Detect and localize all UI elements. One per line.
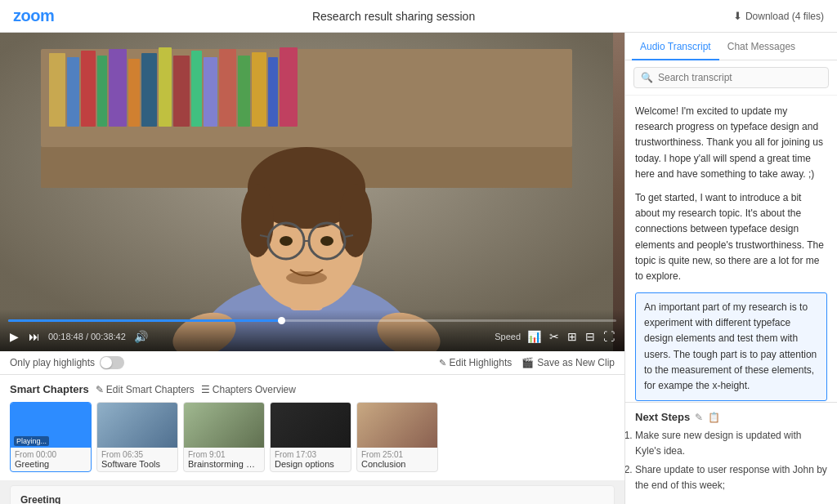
- chapter-thumb-4: [271, 403, 351, 448]
- playing-label-1: Playing...: [14, 436, 49, 446]
- zoom-logo: zoom: [13, 7, 54, 25]
- next-button[interactable]: ⏭: [27, 328, 42, 345]
- svg-rect-8: [109, 49, 127, 127]
- highlighted-transcript-block: An important part of my research is to e…: [635, 292, 827, 401]
- left-panel: ▶ ⏭ 00:18:48 / 00:38:42 🔊 Speed 📊 ✂ ⊞ ⊟ …: [0, 33, 624, 504]
- toggle-knob: [101, 357, 112, 368]
- chapter-name-2: Software Tools: [101, 459, 173, 469]
- progress-fill: [8, 319, 282, 322]
- svg-rect-17: [252, 52, 266, 127]
- svg-point-32: [280, 236, 293, 246]
- search-box: 🔍: [625, 60, 837, 96]
- chapter-card-1[interactable]: Playing... From 00:00 Greeting: [10, 402, 92, 472]
- chapter-from-2: From 06:35: [101, 450, 173, 459]
- transcript-scroll[interactable]: Welcome! I'm excited to update my resear…: [625, 96, 837, 402]
- chapter-card-4[interactable]: From 17:03 Design options: [270, 402, 351, 472]
- edit-icon: ✎: [439, 358, 446, 368]
- edit-smart-chapters-link[interactable]: ✎ Edit Smart Chapters: [96, 384, 195, 395]
- speed-button[interactable]: Speed: [495, 332, 521, 341]
- chapter-name-5: Conclusion: [361, 459, 433, 469]
- highlights-label: Only play highlights: [10, 357, 95, 368]
- tab-audio-transcript[interactable]: Audio Transcript: [632, 33, 719, 60]
- search-input[interactable]: [658, 72, 821, 83]
- download-label: Download (4 files): [745, 11, 824, 22]
- volume-button[interactable]: 🔊: [132, 328, 150, 345]
- edit-highlights-button[interactable]: ✎ Edit Highlights: [439, 357, 512, 368]
- chapter-name-3: Brainstorming on the new ide...: [188, 459, 260, 469]
- svg-rect-18: [268, 57, 278, 127]
- next-step-item-2: Share update to user response with John …: [635, 462, 827, 493]
- play-button[interactable]: ▶: [8, 328, 20, 345]
- controls-right: Speed 📊 ✂ ⊞ ⊟ ⛶: [495, 328, 616, 345]
- tab-chat-messages[interactable]: Chat Messages: [719, 33, 803, 60]
- svg-point-34: [286, 271, 327, 284]
- chapter-meta-3: From 9:01 Brainstorming on the new ide..…: [184, 448, 264, 471]
- chapter-thumb-3: [184, 403, 264, 448]
- svg-rect-5: [67, 57, 79, 127]
- topbar: zoom Research result sharing session ⬇ D…: [0, 0, 837, 33]
- chapter-from-3: From 9:01: [188, 450, 260, 459]
- chapter-from-5: From 25:01: [361, 450, 433, 459]
- scissors-button[interactable]: ✂: [548, 328, 561, 345]
- video-scene: [0, 33, 624, 351]
- chapter-name-1: Greeting: [15, 459, 87, 469]
- chapter-card-5[interactable]: From 25:01 Conclusion: [356, 402, 438, 472]
- next-steps-header: Next Steps ✎ 📋: [635, 411, 827, 423]
- svg-rect-9: [128, 59, 140, 127]
- svg-rect-6: [81, 51, 96, 127]
- edit-chapters-icon: ✎: [96, 384, 104, 395]
- svg-rect-7: [97, 56, 107, 127]
- next-steps-title: Next Steps: [635, 411, 690, 423]
- next-step-item-1: Make sure new design is updated with Kyl…: [635, 428, 827, 459]
- clip-icon: 🎬: [521, 357, 534, 368]
- below-video-bar: Only play highlights ✎ Edit Highlights 🎬…: [0, 351, 624, 375]
- svg-rect-14: [204, 57, 217, 127]
- chapter-card-3[interactable]: From 9:01 Brainstorming on the new ide..…: [183, 402, 265, 472]
- chapter-thumb-2: [97, 403, 177, 448]
- next-steps-copy-icon[interactable]: 📋: [708, 412, 720, 423]
- controls-row: ▶ ⏭ 00:18:48 / 00:38:42 🔊 Speed 📊 ✂ ⊞ ⊟ …: [8, 328, 616, 345]
- svg-rect-16: [238, 56, 250, 127]
- chart-button[interactable]: 📊: [526, 328, 543, 345]
- next-steps-list: Make sure new design is updated with Kyl…: [635, 428, 827, 493]
- video-area: ▶ ⏭ 00:18:48 / 00:38:42 🔊 Speed 📊 ✂ ⊞ ⊟ …: [0, 33, 624, 351]
- search-inner: 🔍: [633, 67, 829, 88]
- chapter-from-4: From 17:03: [275, 450, 347, 459]
- tabs-row: Audio Transcript Chat Messages: [625, 33, 837, 60]
- svg-rect-4: [49, 53, 65, 127]
- svg-rect-13: [191, 51, 202, 127]
- chapters-scroll: Playing... From 00:00 Greeting From 06:3…: [10, 402, 615, 475]
- chapter-meta-4: From 17:03 Design options: [271, 448, 351, 471]
- svg-rect-11: [159, 47, 172, 127]
- transcript-text-2: To get started, I want to introduce a bi…: [635, 190, 827, 284]
- svg-rect-19: [280, 47, 298, 127]
- chapter-thumb-5: [357, 403, 437, 448]
- chapter-thumb-1: Playing...: [11, 403, 91, 448]
- save-clip-button[interactable]: 🎬 Save as New Clip: [521, 357, 615, 368]
- fullscreen-button[interactable]: ⛶: [602, 328, 616, 345]
- chapter-meta-1: From 00:00 Greeting: [11, 448, 91, 471]
- smart-chapters-section: Smart Chapters ✎ Edit Smart Chapters ☰ C…: [0, 375, 624, 480]
- chapter-from-1: From 00:00: [15, 450, 87, 459]
- next-steps-edit-icon[interactable]: ✎: [695, 412, 703, 423]
- main-layout: ▶ ⏭ 00:18:48 / 00:38:42 🔊 Speed 📊 ✂ ⊞ ⊟ …: [0, 33, 837, 504]
- chapter-meta-2: From 06:35 Software Tools: [97, 448, 177, 471]
- progress-bar[interactable]: [8, 319, 616, 322]
- search-icon: 🔍: [641, 72, 653, 83]
- chapter-meta-5: From 25:01 Conclusion: [357, 448, 437, 471]
- right-panel: Audio Transcript Chat Messages 🔍 Welcome…: [624, 33, 837, 504]
- highlights-toggle-switch[interactable]: [100, 356, 124, 369]
- page-title: Research result sharing session: [312, 10, 475, 23]
- overview-icon: ☰: [201, 384, 210, 395]
- video-frame: [0, 33, 613, 351]
- download-button[interactable]: ⬇ Download (4 files): [733, 10, 824, 22]
- action-buttons: ✎ Edit Highlights 🎬 Save as New Clip: [439, 357, 615, 368]
- download-icon: ⬇: [733, 10, 742, 22]
- chapters-overview-link[interactable]: ☰ Chapters Overview: [201, 384, 296, 395]
- chapter-desc-title: Greeting: [20, 494, 604, 504]
- video-controls: ▶ ⏭ 00:18:48 / 00:38:42 🔊 Speed 📊 ✂ ⊞ ⊟ …: [0, 310, 624, 351]
- layout-button[interactable]: ⊟: [584, 328, 597, 345]
- chapter-name-4: Design options: [275, 459, 347, 469]
- grid-button[interactable]: ⊞: [566, 328, 579, 345]
- chapter-card-2[interactable]: From 06:35 Software Tools: [96, 402, 178, 472]
